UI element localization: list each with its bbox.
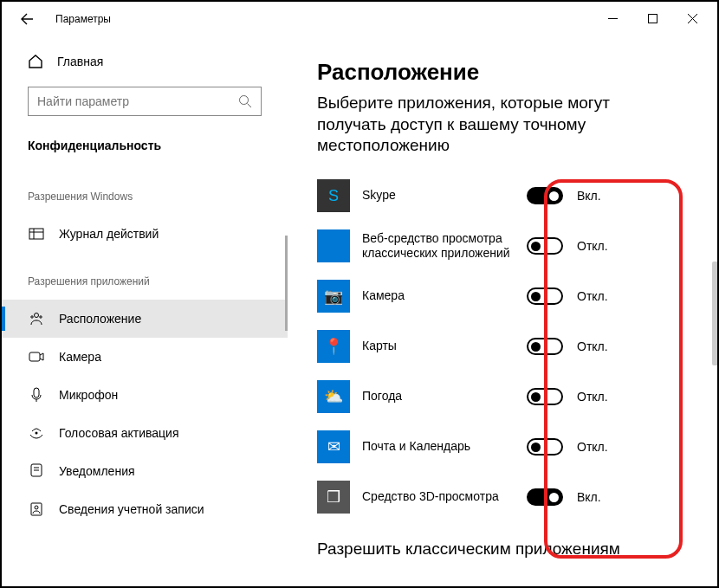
svg-point-4 <box>240 96 249 105</box>
svg-line-5 <box>248 104 252 108</box>
app-row: SSkypeВкл. <box>317 171 683 221</box>
toggle-wrap: Откл. <box>527 237 620 255</box>
page-title: Расположение <box>317 59 683 86</box>
app-label: Карты <box>362 339 527 354</box>
toggle-wrap: Откл. <box>527 288 620 305</box>
window-controls <box>593 5 712 31</box>
svg-rect-12 <box>29 352 40 361</box>
app-icon <box>317 229 350 262</box>
home-icon <box>28 54 43 69</box>
svg-point-11 <box>40 316 42 318</box>
app-row: Веб-средство просмотра классических прил… <box>317 221 683 271</box>
toggle-state-label: Откл. <box>577 239 620 253</box>
svg-rect-6 <box>29 229 43 239</box>
settings-window: Параметры Главная Конфиденциальность Раз… <box>0 0 719 588</box>
app-icon: ❒ <box>317 481 350 514</box>
nav-voice-activation[interactable]: Голосовая активация <box>2 414 288 452</box>
nav-label: Камера <box>59 350 101 364</box>
titlebar: Параметры <box>2 2 717 36</box>
nav-label: Уведомления <box>59 464 135 478</box>
toggle-state-label: Откл. <box>577 390 620 404</box>
nav-account-info-icon <box>28 501 45 518</box>
app-toggle[interactable] <box>527 187 563 204</box>
svg-point-14 <box>36 432 38 435</box>
toggle-wrap: Откл. <box>527 438 620 456</box>
minimize-icon <box>608 14 618 23</box>
app-row: 📷КамераОткл. <box>317 271 683 321</box>
nav-label: Микрофон <box>59 388 118 402</box>
app-label: Skype <box>362 188 527 204</box>
app-row: 📍КартыОткл. <box>317 321 683 372</box>
nav-microphone-icon <box>28 386 45 404</box>
nav-label: Расположение <box>59 312 141 326</box>
app-toggle[interactable] <box>527 488 563 506</box>
section-windows-permissions: Разрешения Windows <box>2 185 288 215</box>
section-app-permissions: Разрешения приложений <box>2 270 288 300</box>
svg-rect-13 <box>34 388 39 397</box>
bottom-heading: Разрешить классическим приложениям <box>317 540 683 559</box>
nav-notifications[interactable]: Уведомления <box>2 452 288 490</box>
nav-location[interactable]: Расположение <box>2 300 288 338</box>
home-link[interactable]: Главная <box>2 48 288 74</box>
toggle-state-label: Откл. <box>577 440 620 454</box>
svg-point-9 <box>35 313 39 318</box>
category-title: Конфиденциальность <box>2 133 288 168</box>
app-row: ⛅ПогодаОткл. <box>317 372 683 422</box>
nav-location-icon <box>28 310 45 327</box>
nav-microphone[interactable]: Микрофон <box>2 376 288 414</box>
app-label: Средство 3D-просмотра <box>362 489 527 505</box>
app-label: Камера <box>362 288 527 304</box>
activity-history-icon <box>28 225 45 242</box>
nav-label: Сведения учетной записи <box>59 502 204 516</box>
nav-camera-icon <box>28 348 45 365</box>
toggle-state-label: Откл. <box>577 339 620 353</box>
nav-label: Голосовая активация <box>59 426 179 440</box>
app-row: ✉Почта и КалендарьОткл. <box>317 422 683 472</box>
home-label: Главная <box>57 55 103 68</box>
toggle-wrap: Вкл. <box>527 187 620 204</box>
nav-camera[interactable]: Камера <box>2 338 288 376</box>
svg-point-19 <box>35 506 38 509</box>
app-toggle[interactable] <box>527 438 563 456</box>
app-icon: ⛅ <box>317 380 350 413</box>
svg-rect-1 <box>648 14 657 23</box>
svg-point-10 <box>31 316 33 318</box>
nav-notifications-icon <box>28 462 45 480</box>
nav-activity-history[interactable]: Журнал действий <box>2 215 288 253</box>
app-toggle[interactable] <box>527 288 563 305</box>
toggle-state-label: Вкл. <box>577 490 620 504</box>
nav-account-info[interactable]: Сведения учетной записи <box>2 490 288 528</box>
app-icon: 📷 <box>317 280 350 313</box>
app-label: Погода <box>362 389 527 404</box>
close-button[interactable] <box>672 5 712 31</box>
toggle-state-label: Вкл. <box>577 189 620 203</box>
toggle-wrap: Откл. <box>527 338 620 355</box>
minimize-button[interactable] <box>593 5 632 31</box>
app-toggle[interactable] <box>527 338 563 355</box>
app-label: Веб-средство просмотра классических прил… <box>362 231 527 262</box>
sidebar: Главная Конфиденциальность Разрешения Wi… <box>2 36 288 586</box>
app-icon: S <box>317 179 350 212</box>
close-icon <box>688 14 697 23</box>
maximize-icon <box>648 14 657 23</box>
page-subtitle: Выберите приложения, которые могут получ… <box>317 93 683 157</box>
window-scrollbar[interactable] <box>712 262 719 365</box>
arrow-left-icon <box>20 12 34 26</box>
search-input[interactable] <box>37 94 238 108</box>
maximize-button[interactable] <box>632 5 672 31</box>
search-box[interactable] <box>28 87 262 116</box>
app-toggle[interactable] <box>527 388 563 405</box>
nav-voice-activation-icon <box>28 424 45 442</box>
back-button[interactable] <box>14 6 40 32</box>
app-icon: ✉ <box>317 430 350 463</box>
main-panel: Расположение Выберите приложения, которы… <box>288 36 717 586</box>
app-row: ❒Средство 3D-просмотраВкл. <box>317 472 683 522</box>
app-icon: 📍 <box>317 330 350 363</box>
toggle-wrap: Откл. <box>527 388 620 405</box>
app-label: Почта и Календарь <box>362 439 527 455</box>
app-toggle[interactable] <box>527 237 563 255</box>
nav-label: Журнал действий <box>59 227 159 241</box>
toggle-state-label: Откл. <box>577 289 620 303</box>
search-icon <box>238 94 252 108</box>
window-title: Параметры <box>55 13 111 25</box>
